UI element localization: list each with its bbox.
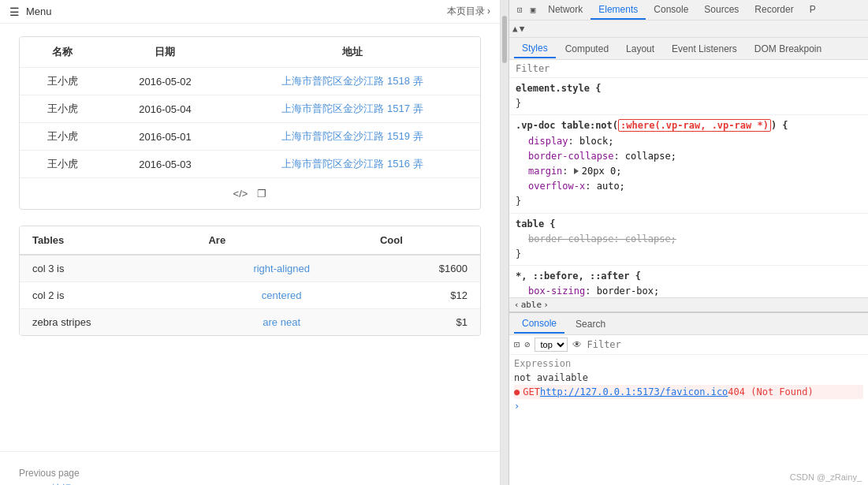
prompt-arrow: ›	[514, 401, 520, 412]
tab-console[interactable]: Console	[646, 1, 696, 20]
css-prop-overflow: overflow-x: auto;	[528, 179, 862, 194]
devtools-top-tabs: Network Elements Console Sources Recorde…	[540, 1, 823, 20]
prev-page-label: Previous page	[19, 468, 481, 479]
css-prop-border-collapse-strikethrough: border-collapse: collapse;	[528, 232, 862, 247]
code-icon[interactable]: </>	[233, 188, 248, 200]
menu-label[interactable]: Menu	[26, 6, 52, 17]
css-selector: element.style {	[516, 83, 601, 94]
nav-arrows-row: ▲ ▼	[509, 21, 868, 38]
tab-elements[interactable]: Elements	[590, 1, 646, 20]
css-prop-margin: margin: 20px 0;	[528, 164, 862, 179]
chinese-table: 名称 日期 地址 王小虎 2016-05-02 上海市普陀区金沙江路 1518 …	[20, 37, 480, 177]
table-row: 王小虎 2016-05-04 上海市普陀区金沙江路 1517 弄	[20, 95, 480, 123]
console-eye-icon[interactable]: 👁	[572, 339, 582, 350]
console-tabs: Console Search	[509, 313, 868, 335]
subtab-dom-breakpoints[interactable]: DOM Breakpoin	[747, 40, 829, 58]
error-icon: ●	[514, 386, 520, 397]
eng-cell-2: are neat	[196, 309, 367, 336]
cell-date: 2016-05-02	[106, 68, 225, 95]
css-strikethrough-prop: border-collapse: collapse;	[528, 233, 676, 244]
css-close-brace: }	[516, 98, 521, 109]
css-close-brace3: }	[516, 248, 521, 259]
not-available-text: not available	[514, 372, 588, 383]
left-panel: ☰ Menu 本页目录 › 名称 日期 地址 王小虎 2016-05-02	[0, 0, 501, 485]
subtab-event-listeners[interactable]: Event Listeners	[664, 40, 745, 58]
get-label: GET	[523, 386, 540, 397]
table-row: col 3 is right-aligned $1600	[20, 255, 480, 282]
expression-label: Expression	[514, 358, 571, 369]
margin-expand-icon[interactable]	[574, 168, 579, 174]
code-block-row: </> ❐	[20, 177, 480, 209]
devtools-sub-tabs: Styles Computed Layout Event Listeners D…	[509, 38, 868, 60]
console-error-row: ● GET http://127.0.0.1:5173/favicon.ico …	[514, 385, 863, 399]
cell-date: 2016-05-01	[106, 123, 225, 151]
error-url[interactable]: http://127.0.0.1:5173/favicon.ico	[540, 386, 728, 397]
cell-address: 上海市普陀区金沙江路 1516 弄	[225, 151, 480, 178]
prev-page-link[interactable]: Button 按钮	[19, 482, 481, 485]
cell-address: 上海市普陀区金沙江路 1517 弄	[225, 95, 480, 123]
table-row: col 2 is centered $12	[20, 282, 480, 309]
breadcrumb-bar: ‹ able ›	[509, 297, 868, 312]
eng-cell-3: $1600	[367, 255, 480, 282]
cell-name: 王小虎	[20, 95, 106, 123]
csdn-watermark: CSDN @_zRainy_	[790, 472, 862, 482]
console-prompt-row: ›	[514, 399, 863, 413]
css-prop-display: display: block;	[528, 134, 862, 149]
breadcrumb-left-arrow[interactable]: ‹	[514, 300, 520, 310]
cell-date: 2016-05-04	[106, 95, 225, 123]
nav-down-icon[interactable]: ▼	[520, 24, 525, 34]
subtab-layout[interactable]: Layout	[618, 40, 662, 58]
eng-cell-1: col 2 is	[20, 282, 196, 309]
tab-sources[interactable]: Sources	[696, 1, 747, 20]
cell-address: 上海市普陀区金沙江路 1518 弄	[225, 68, 480, 95]
css-rule-vp-doc: .vp-doc table:not(:where(.vp-raw, .vp-ra…	[509, 115, 868, 213]
bottom-section: Previous page Button 按钮	[0, 451, 500, 485]
console-block-icon[interactable]: ⊘	[524, 339, 530, 350]
devtools-topbar: ⊡ ▣ Network Elements Console Sources Rec…	[509, 0, 868, 21]
filter-bar	[509, 60, 868, 78]
console-clear-icon[interactable]: ⊡	[514, 339, 520, 350]
menu-icon[interactable]: ☰	[9, 6, 20, 18]
subtab-computed[interactable]: Computed	[557, 40, 617, 58]
nav-up-icon[interactable]: ▲	[512, 24, 518, 34]
eng-col-header-2: Are	[196, 226, 367, 255]
col-header-date: 日期	[106, 37, 225, 68]
copy-icon[interactable]: ❐	[257, 188, 266, 200]
table-row: 王小虎 2016-05-01 上海市普陀区金沙江路 1519 弄	[20, 123, 480, 151]
tab-more[interactable]: P	[802, 1, 824, 20]
subtab-styles[interactable]: Styles	[514, 39, 556, 58]
tab-recorder[interactable]: Recorder	[747, 1, 801, 20]
col-header-name: 名称	[20, 37, 106, 68]
devtools-panel: ⊡ ▣ Network Elements Console Sources Rec…	[509, 0, 868, 485]
console-toolbar: ⊡ ⊘ top 👁	[509, 335, 868, 355]
menu-bar: ☰ Menu 本页目录 ›	[0, 0, 500, 24]
devtools-device-icon[interactable]: ▣	[527, 3, 539, 17]
eng-cell-1: zebra stripes	[20, 309, 196, 336]
css-pseudo-highlight: :where(.vp-raw, .vp-raw *)	[618, 119, 771, 132]
css-vp-doc-selector: .vp-doc table:not(:where(.vp-raw, .vp-ra…	[516, 119, 788, 132]
css-prop-border-collapse: border-collapse: collapse;	[528, 149, 862, 164]
breadcrumb-right-arrow[interactable]: ›	[543, 300, 549, 310]
cell-date: 2016-05-03	[106, 151, 225, 178]
toc-link[interactable]: 本页目录 ›	[447, 5, 490, 18]
eng-cell-2: centered	[196, 282, 367, 309]
content-area: 名称 日期 地址 王小虎 2016-05-02 上海市普陀区金沙江路 1518 …	[0, 24, 500, 364]
eng-cell-3: $1	[367, 309, 480, 336]
console-context-select[interactable]: top	[535, 338, 568, 352]
console-not-available-row: not available	[514, 371, 863, 385]
eng-cell-1: col 3 is	[20, 255, 196, 282]
table-row: 王小虎 2016-05-02 上海市普陀区金沙江路 1518 弄	[20, 68, 480, 95]
table-row: 王小虎 2016-05-03 上海市普陀区金沙江路 1516 弄	[20, 151, 480, 178]
cell-name: 王小虎	[20, 151, 106, 178]
css-prop-box-sizing: box-sizing: border-box;	[528, 284, 862, 297]
filter-input[interactable]	[516, 63, 862, 74]
eng-col-header-1: Tables	[20, 226, 196, 255]
devtools-cursor-icon[interactable]: ⊡	[514, 3, 526, 17]
console-filter-input[interactable]	[587, 339, 863, 350]
breadcrumb-able[interactable]: able	[521, 300, 542, 310]
console-expression-row: Expression	[514, 356, 863, 371]
tab-search-bottom[interactable]: Search	[568, 315, 613, 333]
tab-network[interactable]: Network	[540, 1, 590, 20]
english-table: Tables Are Cool col 3 is right-aligned $…	[20, 226, 480, 335]
tab-console-bottom[interactable]: Console	[514, 315, 564, 334]
